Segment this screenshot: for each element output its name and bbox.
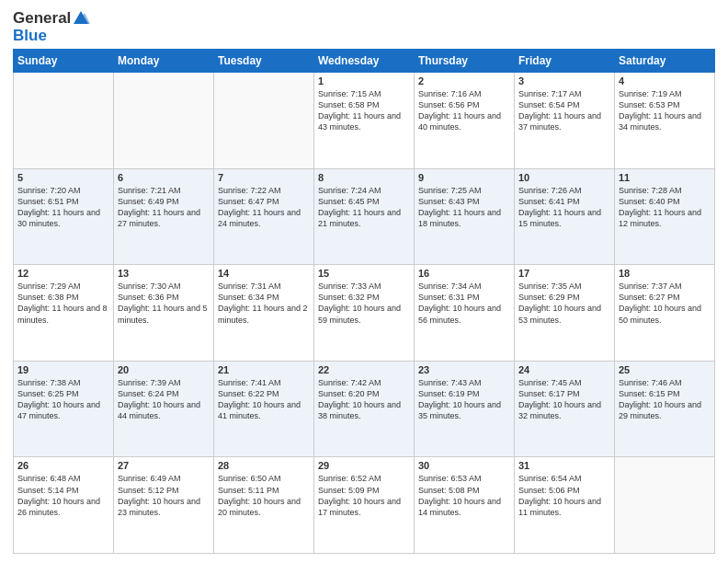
calendar-header-row: SundayMondayTuesdayWednesdayThursdayFrid…: [14, 50, 715, 73]
cell-info: Sunrise: 7:35 AMSunset: 6:29 PMDaylight:…: [518, 281, 610, 326]
cell-info: Sunrise: 7:33 AMSunset: 6:32 PMDaylight:…: [318, 281, 410, 326]
calendar-cell: 28Sunrise: 6:50 AMSunset: 5:11 PMDayligh…: [214, 457, 314, 554]
calendar-cell: 23Sunrise: 7:43 AMSunset: 6:19 PMDayligh…: [415, 361, 515, 457]
cell-info: Sunrise: 7:46 AMSunset: 6:15 PMDaylight:…: [619, 377, 711, 422]
day-number: 9: [418, 172, 510, 183]
calendar-header-friday: Friday: [515, 50, 615, 73]
header: General Blue: [13, 9, 715, 43]
day-number: 20: [118, 364, 210, 375]
calendar-cell: 3Sunrise: 7:17 AMSunset: 6:54 PMDaylight…: [515, 73, 615, 169]
cell-info: Sunrise: 7:34 AMSunset: 6:31 PMDaylight:…: [418, 281, 510, 326]
day-number: 16: [418, 268, 510, 279]
calendar-cell: 31Sunrise: 6:54 AMSunset: 5:06 PMDayligh…: [515, 457, 615, 554]
calendar-week-1: 1Sunrise: 7:15 AMSunset: 6:58 PMDaylight…: [14, 73, 715, 169]
calendar-week-3: 12Sunrise: 7:29 AMSunset: 6:38 PMDayligh…: [14, 265, 715, 362]
cell-info: Sunrise: 7:31 AMSunset: 6:34 PMDaylight:…: [218, 281, 310, 326]
logo-general-text: General: [13, 9, 71, 28]
calendar-cell: 14Sunrise: 7:31 AMSunset: 6:34 PMDayligh…: [214, 265, 314, 362]
calendar-cell: 20Sunrise: 7:39 AMSunset: 6:24 PMDayligh…: [114, 361, 214, 457]
calendar-cell: [214, 73, 314, 169]
day-number: 31: [518, 460, 610, 471]
calendar-cell: 15Sunrise: 7:33 AMSunset: 6:32 PMDayligh…: [314, 265, 415, 362]
calendar-header-thursday: Thursday: [415, 50, 515, 73]
cell-info: Sunrise: 6:54 AMSunset: 5:06 PMDaylight:…: [518, 473, 610, 518]
calendar-cell: 6Sunrise: 7:21 AMSunset: 6:49 PMDaylight…: [114, 168, 214, 265]
cell-info: Sunrise: 7:28 AMSunset: 6:40 PMDaylight:…: [619, 185, 711, 230]
cell-info: Sunrise: 6:49 AMSunset: 5:12 PMDaylight:…: [118, 473, 210, 518]
calendar-cell: 8Sunrise: 7:24 AMSunset: 6:45 PMDaylight…: [314, 168, 415, 265]
cell-info: Sunrise: 7:42 AMSunset: 6:20 PMDaylight:…: [318, 377, 410, 422]
cell-info: Sunrise: 7:38 AMSunset: 6:25 PMDaylight:…: [17, 377, 109, 422]
day-number: 11: [619, 172, 711, 183]
cell-info: Sunrise: 7:37 AMSunset: 6:27 PMDaylight:…: [619, 281, 711, 326]
cell-info: Sunrise: 7:26 AMSunset: 6:41 PMDaylight:…: [518, 185, 610, 230]
cell-info: Sunrise: 7:41 AMSunset: 6:22 PMDaylight:…: [218, 377, 310, 422]
day-number: 22: [318, 364, 410, 375]
calendar-cell: [14, 73, 114, 169]
day-number: 23: [418, 364, 510, 375]
calendar-cell: 27Sunrise: 6:49 AMSunset: 5:12 PMDayligh…: [114, 457, 214, 554]
calendar-cell: 17Sunrise: 7:35 AMSunset: 6:29 PMDayligh…: [515, 265, 615, 362]
cell-info: Sunrise: 6:53 AMSunset: 5:08 PMDaylight:…: [418, 473, 510, 518]
calendar-header-wednesday: Wednesday: [314, 50, 415, 73]
calendar-cell: 16Sunrise: 7:34 AMSunset: 6:31 PMDayligh…: [415, 265, 515, 362]
calendar-week-2: 5Sunrise: 7:20 AMSunset: 6:51 PMDaylight…: [14, 168, 715, 265]
cell-info: Sunrise: 7:17 AMSunset: 6:54 PMDaylight:…: [518, 88, 610, 133]
cell-info: Sunrise: 7:39 AMSunset: 6:24 PMDaylight:…: [118, 377, 210, 422]
cell-info: Sunrise: 7:21 AMSunset: 6:49 PMDaylight:…: [118, 185, 210, 230]
cell-info: Sunrise: 7:24 AMSunset: 6:45 PMDaylight:…: [318, 185, 410, 230]
logo-icon: [72, 9, 90, 26]
cell-info: Sunrise: 7:25 AMSunset: 6:43 PMDaylight:…: [418, 185, 510, 230]
calendar-header-monday: Monday: [114, 50, 214, 73]
day-number: 3: [518, 75, 610, 86]
day-number: 10: [518, 172, 610, 183]
day-number: 18: [619, 268, 711, 279]
day-number: 12: [17, 268, 109, 279]
day-number: 28: [218, 460, 310, 471]
calendar-header-tuesday: Tuesday: [214, 50, 314, 73]
calendar-cell: 21Sunrise: 7:41 AMSunset: 6:22 PMDayligh…: [214, 361, 314, 457]
calendar-cell: 9Sunrise: 7:25 AMSunset: 6:43 PMDaylight…: [415, 168, 515, 265]
day-number: 29: [318, 460, 410, 471]
cell-info: Sunrise: 6:52 AMSunset: 5:09 PMDaylight:…: [318, 473, 410, 518]
day-number: 26: [17, 460, 109, 471]
calendar-week-5: 26Sunrise: 6:48 AMSunset: 5:14 PMDayligh…: [14, 457, 715, 554]
day-number: 24: [518, 364, 610, 375]
calendar-cell: 18Sunrise: 7:37 AMSunset: 6:27 PMDayligh…: [615, 265, 715, 362]
cell-info: Sunrise: 7:43 AMSunset: 6:19 PMDaylight:…: [418, 377, 510, 422]
day-number: 25: [619, 364, 711, 375]
calendar-cell: 22Sunrise: 7:42 AMSunset: 6:20 PMDayligh…: [314, 361, 415, 457]
cell-info: Sunrise: 7:45 AMSunset: 6:17 PMDaylight:…: [518, 377, 610, 422]
logo-blue-text: Blue: [13, 28, 47, 43]
day-number: 30: [418, 460, 510, 471]
calendar-cell: 7Sunrise: 7:22 AMSunset: 6:47 PMDaylight…: [214, 168, 314, 265]
calendar-header-sunday: Sunday: [14, 50, 114, 73]
calendar-cell: [615, 457, 715, 554]
calendar-table: SundayMondayTuesdayWednesdayThursdayFrid…: [13, 49, 715, 554]
calendar-cell: 25Sunrise: 7:46 AMSunset: 6:15 PMDayligh…: [615, 361, 715, 457]
calendar-cell: 12Sunrise: 7:29 AMSunset: 6:38 PMDayligh…: [14, 265, 114, 362]
day-number: 19: [17, 364, 109, 375]
day-number: 27: [118, 460, 210, 471]
day-number: 21: [218, 364, 310, 375]
page: General Blue SundayMondayTuesdayWednesda…: [0, 0, 728, 563]
calendar-cell: 5Sunrise: 7:20 AMSunset: 6:51 PMDaylight…: [14, 168, 114, 265]
calendar-cell: 19Sunrise: 7:38 AMSunset: 6:25 PMDayligh…: [14, 361, 114, 457]
day-number: 6: [118, 172, 210, 183]
cell-info: Sunrise: 7:22 AMSunset: 6:47 PMDaylight:…: [218, 185, 310, 230]
day-number: 14: [218, 268, 310, 279]
calendar-cell: 13Sunrise: 7:30 AMSunset: 6:36 PMDayligh…: [114, 265, 214, 362]
day-number: 15: [318, 268, 410, 279]
cell-info: Sunrise: 6:50 AMSunset: 5:11 PMDaylight:…: [218, 473, 310, 518]
day-number: 7: [218, 172, 310, 183]
day-number: 2: [418, 75, 510, 86]
day-number: 4: [619, 75, 711, 86]
cell-info: Sunrise: 6:48 AMSunset: 5:14 PMDaylight:…: [17, 473, 109, 518]
calendar-week-4: 19Sunrise: 7:38 AMSunset: 6:25 PMDayligh…: [14, 361, 715, 457]
day-number: 5: [17, 172, 109, 183]
calendar-cell: 29Sunrise: 6:52 AMSunset: 5:09 PMDayligh…: [314, 457, 415, 554]
calendar-cell: 26Sunrise: 6:48 AMSunset: 5:14 PMDayligh…: [14, 457, 114, 554]
calendar-cell: 30Sunrise: 6:53 AMSunset: 5:08 PMDayligh…: [415, 457, 515, 554]
cell-info: Sunrise: 7:16 AMSunset: 6:56 PMDaylight:…: [418, 88, 510, 133]
cell-info: Sunrise: 7:29 AMSunset: 6:38 PMDaylight:…: [17, 281, 109, 326]
